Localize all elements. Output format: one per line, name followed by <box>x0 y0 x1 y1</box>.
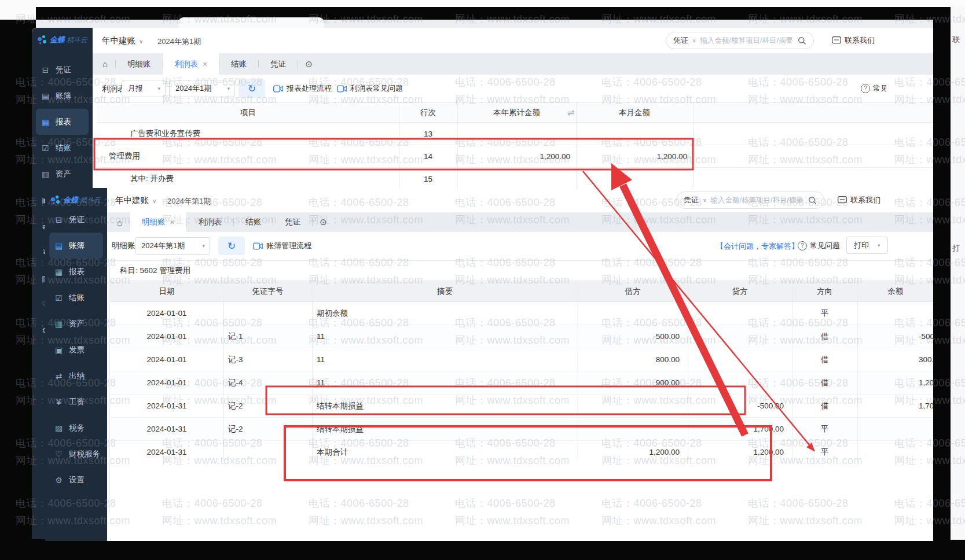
tab-凭证[interactable]: 凭证 <box>273 212 312 232</box>
search-input[interactable]: 输入金额/核算项目/科目/摘要 <box>700 36 794 46</box>
ledger-flow-video-link[interactable]: 账簿管理流程 <box>253 241 311 251</box>
search-scope-dropdown[interactable]: 凭证 <box>684 195 699 205</box>
column-divider <box>578 348 578 371</box>
ledger-row[interactable]: 2024-01-31本期合计1,200.001,200.00平 <box>110 441 933 464</box>
tab-利润表[interactable]: 利润表 <box>187 212 234 232</box>
tab-overflow-icon[interactable]: ⊙ <box>305 59 313 69</box>
sidebar-item-ledger[interactable]: ▤账簿 <box>49 233 103 259</box>
cell-balance: -500.00 <box>857 325 933 348</box>
sidebar-item-asset[interactable]: ▥资产 <box>32 161 93 187</box>
expert-qa-link[interactable]: 【会计问题，专家解答】 <box>716 241 799 252</box>
column-divider <box>223 348 224 371</box>
ledger-period-select[interactable]: 2024年第1期▾ <box>135 237 210 255</box>
column-header-6: 余额 <box>857 281 933 301</box>
ledger-row[interactable]: 2024-01-01记-311800.00借300.00 <box>110 348 933 371</box>
cell-credit <box>688 348 792 371</box>
sidebar-item-ledger[interactable]: ▤账簿 <box>32 83 93 109</box>
cell-date: 2024-01-01 <box>110 302 223 325</box>
sidebar-item-tax[interactable]: ▨税务 <box>45 415 107 441</box>
sidebar-item-voucher[interactable]: ⊟凭证 <box>45 207 107 233</box>
cell-balance <box>857 302 933 325</box>
refresh-button[interactable]: ↻ <box>239 79 265 98</box>
global-search[interactable]: 凭证 ∨ 输入金额/核算项目/科目/摘要 <box>676 191 824 209</box>
current-period-label: 2024年第1期 <box>167 196 211 207</box>
column-divider <box>223 371 224 394</box>
sidebar-item-closing[interactable]: ☑结账 <box>45 285 107 311</box>
contact-us-button[interactable]: 联系我们 <box>838 195 880 205</box>
column-divider <box>792 395 792 417</box>
search-input[interactable]: 输入金额/核算项目/科目/摘要 <box>711 196 804 205</box>
sidebar-item-report[interactable]: ▦报表 <box>36 109 89 135</box>
sidebar-item-finance-service[interactable]: ♡财税服务 <box>45 441 107 467</box>
finance-service-icon: ♡ <box>54 450 64 459</box>
sidebar-item-payroll[interactable]: ¥工资 <box>45 389 107 415</box>
ledger-row[interactable]: 2024-01-31记-2结转本期损益1,700.00平 <box>110 418 933 441</box>
cell-voucher: 记-2 <box>223 395 312 417</box>
column-divider <box>578 281 578 301</box>
report-row[interactable]: 广告费和业务宣传费13 <box>97 123 933 145</box>
tab-结账[interactable]: 结账 <box>234 212 273 232</box>
sidebar-item-cashier[interactable]: ⇄出纳 <box>45 363 107 389</box>
ledger-row[interactable]: 2024-01-01记-111-500.00借-500.00 <box>110 325 933 348</box>
column-divider <box>857 418 858 440</box>
report-faq-video-link[interactable]: 利润表常见问题 <box>337 83 403 94</box>
ledger-row[interactable]: 2024-01-01记-411900.00借1,200.00 <box>110 371 933 395</box>
current-period-label: 2024年第1期 <box>157 36 201 47</box>
report-flow-video-link[interactable]: 报表处理流程 <box>273 83 332 94</box>
report-row[interactable]: 管理费用141,200.001,200.00 <box>97 145 933 168</box>
tab-明细账[interactable]: 明细账 <box>116 53 163 75</box>
tab-明细账[interactable]: 明细账× <box>130 212 186 232</box>
faq-button[interactable]: ? 常见问题 <box>861 83 886 94</box>
account-set-dropdown[interactable]: 年中建账∨ <box>115 195 156 206</box>
sidebar-item-label: 发票 <box>69 345 85 355</box>
refresh-button[interactable]: ↻ <box>218 237 245 255</box>
report-row[interactable]: 其中: 开办费15 <box>97 168 933 190</box>
sidebar-item-label: 账簿 <box>69 241 85 251</box>
ledger-row[interactable]: 2024-01-01期初余额平 <box>110 302 933 325</box>
window-header: 年中建账∨ 2024年第1期 凭证 ∨ 输入金额/核算项目/科目/摘要 联系我们 <box>93 28 933 53</box>
sidebar-item-invoice[interactable]: ▣发票 <box>45 337 107 363</box>
sidebar-item-voucher[interactable]: ⊟凭证 <box>32 57 93 83</box>
tab-结账[interactable]: 结账 <box>219 53 258 75</box>
table-header-row: 项目行次本年累计金额本月金额⇌ <box>97 102 933 123</box>
sidebar-item-closing[interactable]: ☑结账 <box>32 135 93 161</box>
column-header-ytd: 本年累计金额 <box>457 103 576 122</box>
question-circle-icon: ? <box>798 241 807 250</box>
faq-button[interactable]: ? 常见问题 <box>798 241 840 251</box>
browser-toolbar-strip <box>36 20 933 28</box>
search-scope-dropdown[interactable]: 凭证 <box>673 35 688 46</box>
contact-us-button[interactable]: 联系我们 <box>832 35 875 46</box>
account-set-dropdown[interactable]: 年中建账∨ <box>102 35 143 46</box>
report-period-select[interactable]: 2024年1期▾ <box>169 80 235 97</box>
ledger-row[interactable]: 2024-01-31记-2结转本期损益-500.00借1,700.00 <box>110 395 933 418</box>
column-divider <box>578 395 578 417</box>
home-icon[interactable]: ⌂ <box>102 59 108 69</box>
sidebar-item-report[interactable]: ▦报表 <box>45 259 107 285</box>
cell-voucher: 记-3 <box>223 348 312 371</box>
print-button[interactable]: 打印▾ <box>846 237 888 254</box>
column-divider <box>578 371 578 394</box>
tab-close-icon[interactable]: × <box>170 218 175 227</box>
tab-利润表[interactable]: 利润表× <box>163 53 219 75</box>
cell-credit: 1,700.00 <box>688 418 792 440</box>
swap-columns-icon[interactable]: ⇌ <box>567 103 575 122</box>
home-icon[interactable]: ⌂ <box>117 218 122 227</box>
column-divider <box>223 302 224 325</box>
column-header-month: 本月金额 <box>576 103 693 122</box>
tab-label: 明细账 <box>142 217 166 227</box>
search-icon <box>808 196 817 205</box>
column-divider <box>399 123 399 145</box>
sidebar-item-asset[interactable]: ▥资产 <box>45 311 107 337</box>
sidebar-item-settings[interactable]: ⚙设置 <box>45 467 107 493</box>
cell-direction: 平 <box>792 441 857 463</box>
report-frequency-select[interactable]: 月报▾ <box>122 80 166 97</box>
contact-us-label: 联系我们 <box>850 195 880 205</box>
column-divider <box>312 371 313 394</box>
tab-凭证[interactable]: 凭证 <box>259 53 298 75</box>
cell-balance: 300.00 <box>857 348 933 371</box>
cell-ytd <box>457 123 576 145</box>
tab-close-icon[interactable]: × <box>203 60 207 69</box>
tab-overflow-icon[interactable]: ⊙ <box>320 217 327 227</box>
global-search[interactable]: 凭证 ∨ 输入金额/核算项目/科目/摘要 <box>666 32 814 49</box>
screenshot-canvas: 联打 金蝶 精斗云 ⊟凭证▤账簿▦报表☑结账▥资产▣发票⇄出纳¥工资▨税务♡财税… <box>0 0 965 560</box>
